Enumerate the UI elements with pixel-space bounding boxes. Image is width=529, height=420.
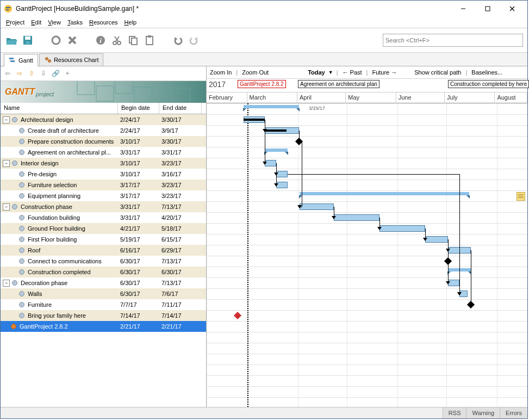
svg-rect-1 — [6, 7, 10, 8]
past-button[interactable]: ← Past — [341, 69, 363, 76]
col-header-begin[interactable]: Begin date — [118, 103, 159, 114]
task-row[interactable]: Agreement on architectural pl...3/31/173… — [1, 147, 206, 158]
tab-gantt[interactable]: Gantt — [4, 54, 38, 66]
maximize-button[interactable] — [475, 1, 500, 16]
gantt-body[interactable]: 3/29/17 — [207, 103, 527, 407]
task-row[interactable]: Furniture selection3/17/173/23/17 — [1, 180, 206, 190]
move-up-icon[interactable]: ⇧ — [27, 69, 36, 78]
task-row[interactable]: Create draft of architecture2/24/173/9/1… — [1, 125, 206, 136]
status-rss[interactable]: RSS — [443, 407, 466, 418]
task-begin-date: 3/10/17 — [118, 171, 159, 177]
paste-button[interactable] — [143, 34, 156, 47]
task-row[interactable]: −Interior design3/10/173/23/17 — [1, 158, 206, 169]
menu-resources[interactable]: Resources — [86, 18, 121, 27]
task-bullet-icon — [19, 128, 24, 133]
minimize-button[interactable] — [451, 1, 475, 16]
collapse-icon[interactable]: − — [3, 116, 10, 123]
month-cell: June — [396, 92, 445, 103]
future-button[interactable]: Future → — [371, 69, 398, 76]
close-button[interactable] — [500, 1, 524, 16]
menu-view[interactable]: View — [45, 18, 64, 27]
task-row[interactable]: GanttProject 2.8.22/21/172/21/17 — [1, 321, 206, 332]
gantt-summary-bar[interactable] — [300, 192, 469, 195]
menu-help[interactable]: Help — [121, 18, 140, 27]
gantt-task-bar[interactable] — [425, 236, 448, 243]
critical-path-button[interactable]: Show critical path — [413, 69, 462, 76]
zoom-out-button[interactable]: Zoom Out — [241, 69, 270, 76]
copy-button[interactable] — [127, 34, 140, 47]
col-header-end[interactable]: End date — [159, 103, 202, 114]
redo-button[interactable] — [188, 34, 201, 47]
task-end-date: 5/18/17 — [159, 225, 202, 232]
month-cell: May — [346, 92, 396, 103]
open-button[interactable] — [5, 34, 18, 47]
undo-button[interactable] — [171, 34, 184, 47]
gantt-summary-bar[interactable] — [244, 105, 299, 108]
task-row[interactable]: −Decoration phase6/30/177/13/17 — [1, 277, 206, 288]
task-name: Foundation building — [28, 214, 80, 221]
window-title: GanttProject [HouseBuildingSample.gan] * — [16, 5, 451, 13]
move-down-icon[interactable]: ⇩ — [39, 69, 48, 78]
gantt-summary-bar[interactable] — [265, 149, 288, 152]
task-row[interactable]: −Construction phase3/31/177/13/17 — [1, 201, 206, 212]
status-warning[interactable]: Warning — [466, 407, 500, 418]
task-bullet-icon — [11, 324, 16, 329]
gantt-task-bar[interactable] — [334, 214, 379, 221]
status-errors[interactable]: Errors — [500, 407, 527, 418]
task-row[interactable]: Equipment planning3/17/173/23/17 — [1, 190, 206, 201]
task-row[interactable]: Bring your family here7/14/177/14/17 — [1, 310, 206, 321]
nav-back-icon[interactable]: ⇦ — [3, 69, 13, 78]
collapse-icon[interactable]: − — [3, 203, 10, 211]
task-bullet-icon — [12, 204, 17, 209]
menu-edit[interactable]: Edit — [28, 18, 45, 27]
zoom-in-button[interactable]: Zoom In — [209, 69, 233, 76]
task-row[interactable]: Foundation building3/31/174/20/17 — [1, 212, 206, 223]
task-row[interactable]: Walls6/30/177/6/17 — [1, 288, 206, 299]
unlink-icon[interactable]: ✦ — [63, 69, 72, 78]
task-end-date: 7/13/17 — [159, 203, 202, 210]
task-begin-date: 3/10/17 — [118, 160, 159, 166]
svg-rect-2 — [6, 9, 9, 10]
task-row[interactable]: Roof6/16/176/29/17 — [1, 245, 206, 256]
menu-tasks[interactable]: Tasks — [64, 18, 86, 27]
cut-button[interactable] — [110, 34, 123, 47]
today-button[interactable]: Today — [307, 69, 326, 76]
info-button[interactable]: i — [94, 34, 107, 47]
task-name: Construction phase — [21, 203, 72, 210]
save-button[interactable] — [21, 34, 34, 47]
app-icon — [4, 4, 13, 13]
refresh-button[interactable] — [49, 34, 63, 47]
collapse-icon[interactable]: − — [3, 280, 10, 287]
delete-button[interactable] — [66, 34, 79, 47]
col-header-name[interactable]: Name — [1, 103, 118, 114]
task-end-date: 7/13/17 — [159, 280, 202, 286]
gantt-task-bar[interactable] — [379, 225, 425, 232]
search-input[interactable] — [383, 34, 523, 47]
menu-project[interactable]: Project — [3, 18, 28, 27]
tab-resources-chart[interactable]: Resources Chart — [39, 53, 104, 66]
task-begin-date: 2/24/17 — [118, 127, 159, 134]
task-bullet-icon — [19, 226, 24, 231]
task-bullet-icon — [19, 237, 24, 242]
gantt-task-bar[interactable] — [300, 203, 334, 210]
task-begin-date: 2/21/17 — [118, 323, 159, 330]
collapse-icon[interactable]: − — [3, 160, 10, 167]
task-name: Agreement on architectural pl... — [28, 149, 111, 156]
task-row[interactable]: Prepare construction documents3/10/173/3… — [1, 136, 206, 147]
note-icon[interactable] — [516, 192, 525, 201]
task-row[interactable]: −Architectural design2/24/173/30/17 — [1, 114, 206, 125]
task-bullet-icon — [19, 302, 24, 307]
task-row[interactable]: Furniture7/7/177/11/17 — [1, 299, 206, 310]
task-name: Construction completed — [28, 269, 91, 275]
baselines-button[interactable]: Baselines... — [470, 69, 503, 76]
dropdown-icon[interactable]: ▼ — [328, 70, 333, 75]
task-row[interactable]: Connect to communications6/30/177/13/17 — [1, 256, 206, 267]
tab-label: Gantt — [18, 57, 33, 64]
task-row[interactable]: First Floor building5/19/176/15/17 — [1, 234, 206, 245]
nav-forward-icon[interactable]: ⇨ — [15, 69, 24, 78]
task-row[interactable]: Construction completed6/30/176/30/17 — [1, 267, 206, 277]
task-row[interactable]: Pre-design3/10/173/16/17 — [1, 169, 206, 180]
link-icon[interactable]: 🔗 — [51, 69, 60, 78]
svg-rect-20 — [132, 38, 137, 45]
task-row[interactable]: Ground Floor building4/21/175/18/17 — [1, 223, 206, 234]
